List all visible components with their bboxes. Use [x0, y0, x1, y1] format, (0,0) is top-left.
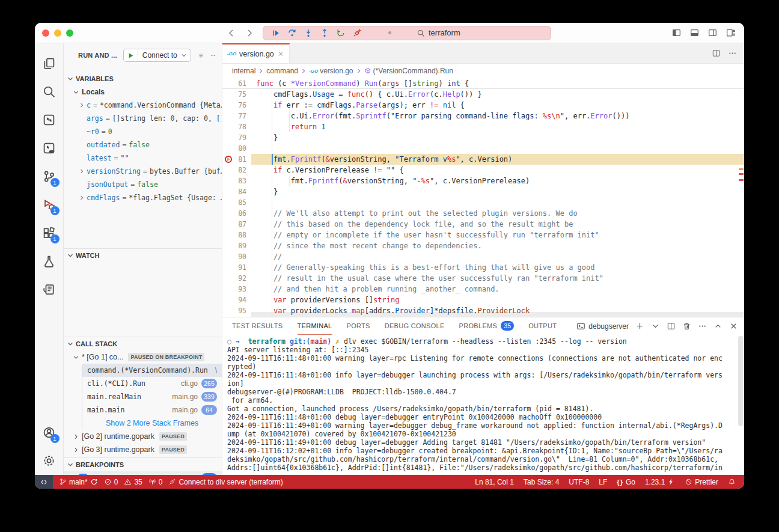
debug-disconnect-button[interactable]: [350, 27, 364, 39]
statusbar-notifications[interactable]: [728, 478, 736, 486]
debug-continue-button[interactable]: [269, 27, 283, 39]
stack-frame[interactable]: cli.(*CLI).Runcli.go265: [82, 377, 222, 390]
variable-row-c[interactable]: c=*command.VersionCommand {Meta…: [64, 99, 222, 112]
panel-tab-debug-console[interactable]: DEBUG CONSOLE: [385, 317, 445, 335]
debug-step-out-button[interactable]: [318, 27, 331, 39]
variable-row-versionString[interactable]: versionString=bytes.Buffer {buf…: [64, 165, 222, 178]
debug-launch-control[interactable]: Connect to: [123, 49, 191, 62]
breakpoints-section-header[interactable]: BREAKPOINTS: [64, 458, 222, 471]
panel-tab-problems[interactable]: PROBLEMS35: [459, 317, 515, 335]
code-line-82[interactable]: 82 if c.VersionPrerelease != "" {: [222, 165, 744, 176]
variable-row-latest[interactable]: latest="": [64, 151, 222, 165]
activity-extensions[interactable]: 1: [35, 219, 64, 247]
code-line-80[interactable]: 80: [222, 143, 744, 154]
close-tab-icon[interactable]: [277, 50, 284, 58]
statusbar-eol[interactable]: LF: [599, 478, 607, 486]
variable-row-cmdFlags[interactable]: cmdFlags=*flag.FlagSet {Usage: …: [64, 191, 222, 204]
breadcrumb-item[interactable]: (*VersionCommand).Run: [364, 67, 453, 75]
code-line-90[interactable]: 90 //: [222, 251, 744, 262]
debug-step-into-button[interactable]: [302, 27, 315, 39]
code-line-94[interactable]: 94 var providerVersions []string: [222, 295, 744, 305]
terminal-scrollbar[interactable]: [738, 336, 744, 426]
chev-up-icon[interactable]: [713, 322, 722, 331]
variable-row-outdated[interactable]: outdated=false: [64, 138, 222, 151]
activity-terraform[interactable]: [35, 106, 64, 134]
code-editor[interactable]: 61func (c *VersionCommand) Run(args []st…: [222, 78, 744, 317]
code-line-78[interactable]: 78 return 1: [222, 121, 744, 132]
launch-config-label[interactable]: Connect to: [138, 51, 180, 60]
breadcrumb-item[interactable]: command: [266, 67, 298, 75]
variable-row-jsonOutput[interactable]: jsonOutput=false: [64, 178, 222, 191]
statusbar-prettier[interactable]: Prettier: [685, 478, 718, 486]
activity-search[interactable]: [35, 78, 64, 106]
statusbar-indentation[interactable]: Tab Size: 4: [524, 478, 559, 486]
panel-tab-terminal[interactable]: TERMINAL: [298, 317, 332, 335]
panel-tab-output[interactable]: OUTPUT: [528, 317, 557, 335]
code-line-85[interactable]: 85: [222, 197, 744, 208]
tab-version-go[interactable]: -GO version.go: [222, 43, 290, 63]
activity-testing[interactable]: [35, 247, 64, 275]
code-line-81[interactable]: 81 fmt.Fprintf(&versionString, "Terrafor…: [222, 154, 744, 165]
statusbar-cursor-position[interactable]: Ln 81, Col 1: [475, 478, 514, 486]
chevron-down-icon[interactable]: [180, 52, 188, 59]
close-window-button[interactable]: [42, 29, 49, 37]
start-debug-icon[interactable]: [127, 52, 135, 60]
code-line-93[interactable]: 93 // and then hit a problem running _an…: [222, 284, 744, 295]
code-line-87[interactable]: 87 // this based on the dependency lock …: [222, 219, 744, 230]
callstack-thread-2[interactable]: [Go 3] runtime.goparkPAUSED: [64, 443, 222, 456]
code-line-86[interactable]: 86 // We'll also attempt to print out th…: [222, 208, 744, 219]
debug-step-over-button[interactable]: [286, 27, 299, 39]
overview-ruler[interactable]: [738, 78, 744, 317]
panel-tab-test-results[interactable]: TEST RESULTS: [232, 317, 283, 335]
split-icon[interactable]: [667, 322, 676, 331]
trash-icon[interactable]: [682, 322, 691, 331]
activity-settings[interactable]: [35, 447, 64, 475]
statusbar-ports[interactable]: 0: [148, 478, 163, 486]
gear-icon[interactable]: [198, 53, 204, 58]
toolbar-drag-handle[interactable]: [388, 31, 391, 34]
zoom-window-button[interactable]: [66, 29, 73, 37]
panel-tab-ports[interactable]: PORTS: [347, 317, 370, 335]
activity-files[interactable]: [35, 49, 64, 78]
stack-frame[interactable]: main.realMainmain.go339: [82, 390, 222, 403]
show-more-frames-link[interactable]: Show 2 More Stack Frames: [82, 417, 222, 430]
statusbar-errors[interactable]: 0: [104, 478, 118, 486]
breadcrumb-item[interactable]: internal: [232, 67, 255, 75]
code-line-92[interactable]: 92 // result in the usual case where the…: [222, 273, 744, 284]
debug-restart-button[interactable]: [334, 27, 347, 39]
terminal-output[interactable]: ○ → terraform git:(main) ✗ dlv exec $GOB…: [222, 335, 744, 475]
nav-forward-icon[interactable]: [245, 28, 254, 38]
activity-terraform-cloud[interactable]: [35, 134, 64, 162]
statusbar-debug-session[interactable]: Connect to dlv server (terraform): [168, 478, 283, 486]
dots-icon[interactable]: [698, 322, 707, 331]
call-stack-section-header[interactable]: CALL STACK: [64, 337, 222, 350]
editor-more-actions-icon[interactable]: [728, 49, 737, 58]
statusbar-go-version[interactable]: 1.23.1: [645, 478, 675, 486]
chev-down-icon[interactable]: [651, 322, 660, 331]
callstack-thread-0[interactable]: * [Go 1] co...PAUSED ON BREAKPOINT: [64, 350, 222, 364]
terminal-instance[interactable]: debugserver: [576, 322, 629, 331]
code-line-88[interactable]: 88 // empty or incomplete if the user ha…: [222, 230, 744, 240]
stack-frame[interactable]: main.mainmain.go64: [82, 403, 222, 417]
code-line-77[interactable]: 77 c.Ui.Error(fmt.Sprintf("Error parsing…: [222, 111, 744, 121]
remote-indicator[interactable]: [35, 475, 53, 489]
panel-bottom-icon[interactable]: [689, 28, 700, 38]
statusbar-warnings[interactable]: 35: [124, 478, 142, 486]
split-editor-icon[interactable]: [712, 49, 721, 58]
code-line-75[interactable]: 75 cmdFlags.Usage = func() { c.Ui.Error(…: [222, 89, 744, 100]
minimize-window-button[interactable]: [54, 29, 61, 37]
activity-notebook[interactable]: [35, 275, 64, 304]
variable-row-args[interactable]: args=[]string len: 0, cap: 0, []: [64, 112, 222, 125]
code-line-61[interactable]: 61func (c *VersionCommand) Run(args []st…: [222, 78, 744, 89]
code-line-89[interactable]: 89 // since the most recent change to de…: [222, 240, 744, 251]
code-line-84[interactable]: 84 }: [222, 186, 744, 197]
code-line-79[interactable]: 79 }: [222, 132, 744, 143]
horizontal-scrollbar[interactable]: [251, 312, 744, 317]
panel-left-icon[interactable]: [671, 28, 682, 38]
stack-frame[interactable]: command.(*VersionCommand).Run\: [82, 364, 222, 377]
code-line-83[interactable]: 83 fmt.Fprintf(&versionString, "-%s", c.…: [222, 176, 744, 186]
close-icon[interactable]: [729, 322, 738, 331]
nav-back-icon[interactable]: [227, 28, 236, 38]
variables-scope-locals[interactable]: Locals: [64, 85, 222, 99]
activity-debug[interactable]: 1: [35, 191, 64, 219]
